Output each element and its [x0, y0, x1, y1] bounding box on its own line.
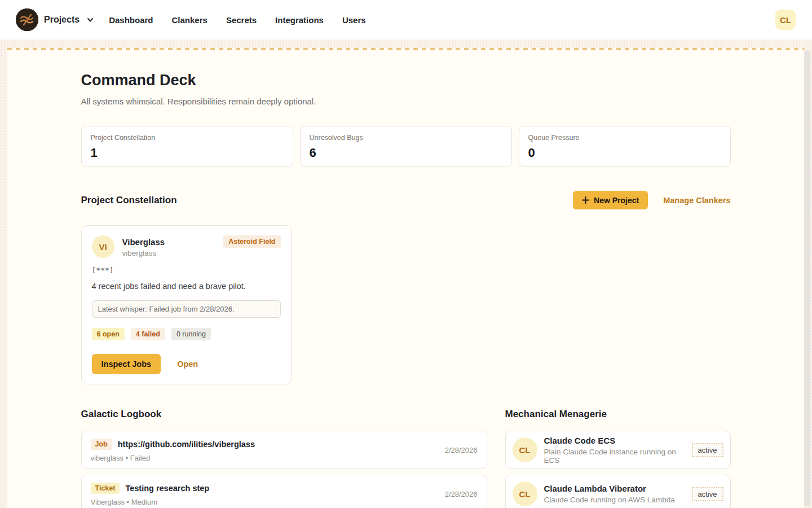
job-counts: 6 open 4 failed 0 running	[92, 328, 281, 340]
logbook-column: Galactic Logbook Job https://github.com/…	[81, 409, 487, 508]
menagerie-title: Mechanical Menagerie	[505, 409, 731, 420]
projects-dropdown[interactable]: Projects	[16, 8, 94, 31]
nav-item-clankers[interactable]: Clankers	[172, 15, 208, 25]
project-name: Viberglass	[122, 237, 165, 247]
clanker-avatar: CL	[513, 437, 537, 462]
logbook-item-date: 2/28/2026	[445, 446, 478, 454]
clanker-card[interactable]: CL Claude Code ECS Plain Claude Code ins…	[505, 431, 731, 469]
logbook-item-meta: Viberglass • Medium	[91, 498, 478, 506]
plus-icon	[582, 196, 589, 204]
ticket-type-badge: Ticket	[91, 483, 120, 494]
environment-badge: Asteroid Field	[223, 235, 280, 248]
stat-card-bugs: Unresolved Bugs 6	[300, 126, 512, 167]
logbook-item-date: 2/28/2026	[445, 490, 478, 498]
manage-clankers-link[interactable]: Manage Clankers	[663, 196, 730, 205]
user-avatar[interactable]: CL	[775, 10, 796, 30]
stat-card-projects: Project Constellation 1	[81, 126, 293, 167]
logbook-item-title: https://github.com/ilities/viberglass	[118, 440, 255, 449]
chevron-down-icon	[86, 16, 94, 24]
stat-value: 1	[91, 146, 284, 160]
running-count-badge: 0 running	[171, 328, 211, 340]
project-slug: viberglass	[122, 249, 165, 257]
main-container: Command Deck All systems whimsical. Resp…	[7, 48, 805, 508]
logbook-item[interactable]: Job https://github.com/ilities/viberglas…	[81, 431, 487, 469]
status-badge: active	[692, 443, 723, 457]
page-body: Command Deck All systems whimsical. Resp…	[0, 48, 812, 508]
logbook-item[interactable]: Ticket Testing research step Viberglass …	[81, 475, 487, 508]
project-code-hint: [***]	[92, 266, 281, 274]
nav-item-dashboard[interactable]: Dashboard	[109, 15, 153, 25]
clanker-name: Claude Code ECS	[544, 436, 685, 445]
stat-value: 6	[310, 146, 502, 160]
new-project-button[interactable]: New Project	[573, 191, 648, 209]
stat-card-queue: Queue Pressure 0	[519, 126, 731, 167]
clanker-name: Claude Lambda Viberator	[544, 484, 675, 493]
project-card: VI Viberglass viberglass Asteroid Field …	[81, 225, 292, 384]
app-logo-icon	[16, 8, 38, 31]
project-avatar: VI	[92, 235, 114, 258]
top-nav: Projects Dashboard Clankers Secrets Inte…	[0, 0, 812, 40]
stat-label: Queue Pressure	[528, 134, 721, 142]
logbook-item-title: Testing research step	[125, 484, 209, 493]
menagerie-column: Mechanical Menagerie CL Claude Code ECS …	[505, 409, 731, 508]
latest-whisper: Latest whisper: Failed job from 2/28/202…	[92, 300, 281, 318]
clanker-description: Plain Claude Code instance running on EC…	[544, 448, 685, 465]
nav-links: Dashboard Clankers Secrets Integrations …	[109, 15, 366, 25]
nav-item-integrations[interactable]: Integrations	[275, 15, 324, 25]
stat-value: 0	[528, 146, 721, 160]
stat-label: Project Constellation	[91, 134, 284, 142]
clanker-card[interactable]: CL Claude Lambda Viberator Claude Code r…	[505, 475, 731, 508]
project-description: 4 recent jobs failed and need a brave pi…	[92, 282, 281, 291]
status-badge: active	[692, 487, 723, 501]
failed-count-badge: 4 failed	[131, 328, 165, 340]
section-title-projects: Project Constellation	[81, 195, 177, 206]
new-project-label: New Project	[594, 196, 639, 205]
scrollbar[interactable]	[805, 50, 810, 506]
logbook-title: Galactic Logbook	[81, 409, 487, 420]
stat-label: Unresolved Bugs	[310, 134, 502, 142]
logbook-item-meta: viberglass • Failed	[91, 454, 478, 462]
job-type-badge: Job	[91, 439, 112, 450]
stats-row: Project Constellation 1 Unresolved Bugs …	[81, 126, 731, 167]
page-subtitle: All systems whimsical. Responsibilities …	[81, 97, 731, 106]
page-title: Command Deck	[81, 72, 731, 89]
inspect-jobs-button[interactable]: Inspect Jobs	[92, 354, 161, 374]
nav-item-secrets[interactable]: Secrets	[226, 15, 257, 25]
brand-label: Projects	[44, 15, 80, 25]
projects-section-header: Project Constellation New Project Manage…	[81, 191, 731, 209]
clanker-avatar: CL	[513, 481, 537, 506]
open-count-badge: 6 open	[92, 328, 125, 340]
nav-item-users[interactable]: Users	[342, 15, 366, 25]
open-project-link[interactable]: Open	[177, 360, 198, 369]
clanker-description: Claude Code running on AWS Lambda	[544, 496, 675, 504]
